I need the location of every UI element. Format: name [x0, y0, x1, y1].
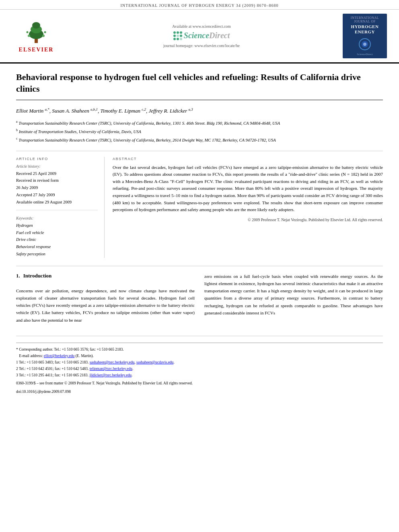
available-text: Available at www.sciencedirect.com [172, 24, 231, 29]
journal-homepage-text: journal homepage: www.elsevier.com/locat… [163, 43, 240, 48]
abstract-label: ABSTRACT [113, 157, 383, 161]
email-note: E-mail address: elliot@berkeley.edu (E. … [16, 353, 383, 359]
keyword-hydrogen: Hydrogen [16, 222, 98, 229]
section1-left-text: Concerns over air pollution, energy depe… [16, 287, 195, 324]
abstract-text: Over the last several decades, hydrogen … [113, 164, 383, 214]
email2-link[interactable]: sashaheen@tsrc.berkeley.edu [90, 360, 135, 364]
footer-divider [16, 343, 383, 343]
email4-link[interactable]: telipman@tsrc.berkeley.edu [90, 367, 132, 371]
footnote1: 1 Tel.: +1 510 665 3483; fax: +1 510 665… [16, 359, 383, 366]
svg-point-3 [32, 22, 40, 29]
elsevier-label: ELSEVIER [19, 47, 54, 53]
section1-number: 1. [16, 273, 20, 279]
svg-point-7 [44, 31, 46, 33]
main-content: Behavioral response to hydrogen fuel cel… [0, 64, 399, 403]
journal-header: INTERNATIONAL JOURNAL OF HYDROGEN ENERGY… [0, 0, 399, 10]
section1-right-text: zero emissions on a full fuel-cycle basi… [204, 273, 383, 316]
body-right-col: zero emissions on a full fuel-cycle basi… [204, 273, 383, 324]
affiliation-b: b Institute of Transportation Studies, U… [16, 128, 383, 135]
affiliation-a: a Transportation Sustainability Research… [16, 119, 383, 127]
email5-link[interactable]: jlidicker@tsrc.berkeley.edu [89, 373, 132, 377]
corresponding-author-note: * Corresponding author. Tel.: +1 510 665… [16, 346, 383, 353]
keyword-safety: Safety perception [16, 251, 98, 258]
elsevier-logo: ELSEVIER [12, 19, 60, 53]
article-info-label: ARTICLE INFO [16, 157, 98, 161]
svg-point-4 [28, 35, 30, 37]
body-two-col: 1. Introduction Concerns over air pollut… [16, 273, 383, 324]
keywords-label: Keywords: [16, 216, 98, 220]
footnote2: 2 Tel.: +1 510 642 4501; fax: +1 510 642… [16, 366, 383, 372]
section1-title: Introduction [23, 273, 52, 279]
available-online-date: Available online 29 August 2009 [16, 199, 98, 206]
email3-link[interactable]: sashaheen@ucdavis.edu [136, 360, 173, 364]
article-info-column: ARTICLE INFO Article history: Received 2… [16, 157, 105, 258]
footer-notes: * Corresponding author. Tel.: +1 510 665… [16, 336, 383, 395]
elsevier-tree-icon [20, 19, 52, 45]
keyword-drive-clinic: Drive clinic [16, 236, 98, 243]
article-title: Behavioral response to hydrogen fuel cel… [16, 72, 383, 100]
revised-date: 26 July 2009 [16, 184, 98, 191]
keyword-behavioral: Behavioral response [16, 243, 98, 251]
svg-point-10 [363, 43, 366, 46]
badge-graphic [349, 37, 381, 51]
body-content: 1. Introduction Concerns over air pollut… [16, 266, 383, 324]
keywords-block: Keywords: Hydrogen Fuel cell vehicle Dri… [16, 216, 98, 258]
badge-publisher: ScienceDirect [345, 53, 385, 56]
badge-sub: International Journal of [345, 16, 385, 23]
affiliation-c: c Transportation Sustainability Research… [16, 136, 383, 144]
doi-line: doi:10.1016/j.ijhydene.2009.07.098 [16, 388, 383, 395]
sciencedirect-text: ScienceDirect [184, 31, 230, 40]
badge-title: HYDROGEN ENERGY [345, 24, 385, 35]
footnote3: 3 Tel.: +1 510 295 4411; fax: +1 510 665… [16, 372, 383, 378]
abstract-copyright: © 2009 Professor T. Nejat Veziroglu. Pub… [113, 218, 383, 222]
affiliations-block: a Transportation Sustainability Research… [16, 119, 383, 151]
body-left-col: 1. Introduction Concerns over air pollut… [16, 273, 195, 324]
abstract-column: ABSTRACT Over the last several decades, … [113, 157, 383, 258]
keyword-fcv: Fuel cell vehicle [16, 229, 98, 236]
journal-badge: International Journal of HYDROGEN ENERGY… [343, 14, 387, 58]
center-logo-block: Available at www.sciencedirect.com [60, 24, 343, 48]
received-revised-label: Received in revised form [16, 177, 98, 184]
authors-line: Elliot Martin a,*, Susan A. Shaheen a,b,… [16, 107, 383, 115]
sd-dots-icon [173, 31, 182, 40]
email1-link[interactable]: elliot@berkeley.edu [44, 354, 74, 358]
svg-point-5 [42, 35, 45, 37]
info-abstract-section: ARTICLE INFO Article history: Received 2… [16, 157, 383, 258]
article-history-block: Article history: Received 25 April 2009 … [16, 164, 98, 210]
history-label: Article history: [16, 164, 98, 168]
received-date: Received 25 April 2009 [16, 170, 98, 177]
issn-line: 0360-3199/$ – see front matter © 2009 Pr… [16, 380, 383, 386]
svg-point-6 [27, 31, 29, 33]
logo-bar: ELSEVIER Available at www.sciencedirect.… [0, 10, 399, 64]
accepted-date: Accepted 27 July 2009 [16, 191, 98, 199]
sciencedirect-logo: ScienceDirect [173, 31, 230, 40]
